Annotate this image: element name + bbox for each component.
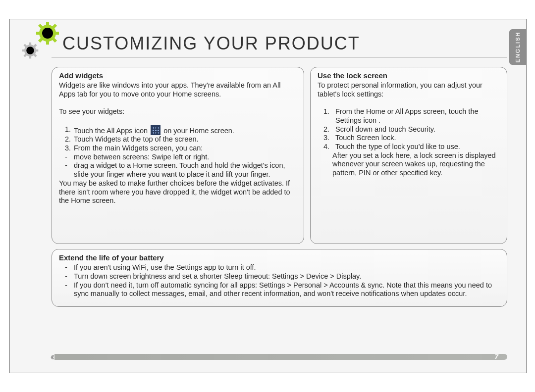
language-tab: ENGLISH	[509, 29, 526, 65]
page-header: CUSTOMIZING YOUR PRODUCT	[52, 28, 507, 64]
svg-point-9	[25, 46, 35, 55]
battery-item-3: -If you don't need it, turn off automati…	[65, 281, 500, 298]
battery-heading: Extend the life of your battery	[59, 253, 500, 262]
widgets-step1b: on your Home screen.	[163, 127, 234, 135]
lock-step-4: 4.Touch the type of lock you'd like to u…	[323, 143, 500, 151]
add-widgets-see: To see your widgets:	[59, 107, 297, 116]
manual-page: ENGLISH	[9, 19, 527, 373]
svg-line-14	[24, 45, 26, 47]
add-widgets-outro: You may be asked to make further choices…	[59, 179, 297, 205]
add-widgets-heading: Add widgets	[59, 71, 297, 80]
widgets-steps: 1. Touch the All Apps icon on your Home …	[59, 125, 297, 179]
widgets-step-1: 1. Touch the All Apps icon on your Home …	[65, 125, 297, 136]
lock-step-3: 3.Touch Screen lock.	[323, 134, 500, 143]
footer: 7	[52, 353, 507, 361]
battery-panel: Extend the life of your battery -If you …	[52, 249, 507, 307]
page-title: CUSTOMIZING YOUR PRODUCT	[52, 28, 507, 57]
svg-line-6	[53, 39, 56, 42]
widgets-step-2: 2.Touch Widgets at the top of the screen…	[65, 135, 297, 144]
svg-line-5	[39, 25, 42, 28]
footer-bar: 7	[52, 354, 507, 360]
gear-large-icon	[36, 21, 59, 45]
battery-list: -If you aren't using WiFi, use the Setti…	[59, 263, 500, 298]
svg-line-15	[34, 54, 36, 56]
svg-point-0	[41, 26, 54, 40]
gear-small-icon	[22, 42, 39, 59]
lock-steps: 1.From the Home or All Apps screen, touc…	[318, 107, 500, 151]
widgets-step1a: Touch the All Apps icon	[74, 127, 148, 135]
lock-screen-panel: Use the lock screen To protect personal …	[310, 67, 507, 244]
svg-line-17	[34, 45, 36, 47]
top-row: Add widgets Widgets are like windows int…	[52, 67, 507, 244]
add-widgets-panel: Add widgets Widgets are like windows int…	[52, 67, 304, 244]
add-widgets-intro: Widgets are like windows into your apps.…	[59, 81, 297, 98]
page-inner: ENGLISH	[10, 19, 526, 373]
page-number: 7	[495, 353, 498, 360]
lock-step-1: 1.From the Home or All Apps screen, touc…	[323, 107, 500, 125]
widgets-dash-1: -move between screens: Swipe left or rig…	[65, 153, 297, 162]
widgets-dash-2: -drag a widget to a Home screen. Touch a…	[65, 161, 297, 179]
svg-line-8	[53, 25, 56, 28]
lock-heading: Use the lock screen	[318, 71, 500, 80]
svg-line-16	[24, 54, 26, 56]
all-apps-icon	[151, 125, 160, 135]
lock-outro: After you set a lock here, a lock screen…	[318, 151, 500, 178]
battery-item-2: -Turn down screen brightness and set a s…	[65, 272, 500, 281]
lock-intro: To protect personal information, you can…	[318, 81, 500, 98]
language-label: ENGLISH	[515, 32, 521, 63]
widgets-step-3: 3.From the main Widgets screen, you can:	[65, 144, 297, 153]
svg-line-7	[39, 39, 42, 42]
lock-step-2: 2.Scroll down and touch Security.	[323, 125, 500, 134]
battery-item-1: -If you aren't using WiFi, use the Setti…	[65, 263, 500, 272]
